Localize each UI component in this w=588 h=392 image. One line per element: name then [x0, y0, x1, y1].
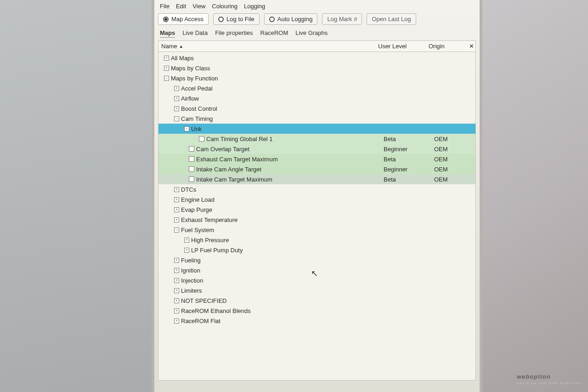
map-access-button[interactable]: Map Access	[158, 13, 209, 25]
right-background	[482, 0, 588, 392]
expander-plus-icon[interactable]: +	[174, 268, 179, 273]
tree-node-maps-by-class[interactable]: +Maps by Class	[158, 63, 475, 73]
tree-label: Exhaust Temperature	[181, 216, 237, 223]
expander-minus-icon[interactable]: −	[174, 116, 179, 121]
tree-label: Evap Purge	[181, 206, 212, 213]
tree-node-boost-control[interactable]: +Boost Control	[158, 103, 475, 114]
tree-label: RaceROM Flat	[181, 318, 220, 324]
tree-leaf-intake-cam-angle-target[interactable]: Intake Cam Angle TargetBeginnerOEM	[158, 164, 475, 174]
expander-minus-icon[interactable]: −	[174, 227, 179, 233]
tree-label: Cam Timing	[181, 115, 213, 122]
tree-node-engine-load[interactable]: +Engine Load	[158, 194, 475, 205]
menu-colouring[interactable]: Colouring	[212, 3, 237, 10]
tree-leaf-exhaust-cam-target-max[interactable]: Exhaust Cam Target MaximumBetaOEM	[158, 154, 475, 164]
expander-plus-icon[interactable]: +	[174, 278, 179, 283]
user-level-value: Beginner	[384, 166, 434, 173]
log-mark-button[interactable]: Log Mark #	[322, 13, 362, 25]
tree-node-exhaust-temperature[interactable]: +Exhaust Temperature	[158, 215, 475, 225]
tree-label: Engine Load	[181, 196, 215, 203]
expander-plus-icon[interactable]: +	[174, 96, 179, 101]
checkbox-icon[interactable]	[189, 156, 194, 162]
tree-node-unk[interactable]: −Unk	[158, 124, 475, 134]
radio-on-icon	[163, 17, 169, 22]
menu-edit[interactable]: Edit	[176, 3, 186, 10]
tree-node-accel-pedal[interactable]: +Accel Pedal	[158, 83, 475, 93]
tree-node-cam-timing[interactable]: −Cam Timing	[158, 114, 475, 124]
expander-minus-icon[interactable]: −	[184, 126, 189, 131]
expander-plus-icon[interactable]: +	[174, 298, 179, 303]
origin-value: OEM	[434, 136, 475, 142]
tree-label: All Maps	[171, 55, 194, 62]
tree-node-lp-fuel-pump[interactable]: +LP Fuel Pump Duty	[158, 245, 475, 255]
expander-minus-icon[interactable]: −	[164, 76, 169, 81]
tree-node-fuel-system[interactable]: −Fuel System	[158, 225, 475, 235]
tree-node-not-specified[interactable]: +NOT SPECIFIED	[158, 295, 475, 306]
expander-plus-icon[interactable]: +	[174, 207, 179, 212]
application-window: File Edit View Colouring Logging Map Acc…	[152, 0, 482, 392]
checkbox-icon[interactable]	[189, 176, 194, 182]
open-last-log-button[interactable]: Open Last Log	[367, 13, 416, 25]
expander-plus-icon[interactable]: +	[174, 187, 179, 192]
origin-value: OEM	[434, 146, 475, 153]
map-access-label: Map Access	[171, 16, 204, 23]
tree-node-dtcs[interactable]: +DTCs	[158, 184, 475, 194]
user-level-value: Beta	[384, 136, 434, 142]
tree-node-evap-purge[interactable]: +Evap Purge	[158, 205, 475, 215]
expander-plus-icon[interactable]: +	[174, 106, 179, 111]
origin-value: OEM	[434, 166, 475, 173]
tree-node-ignition[interactable]: +Ignition	[158, 265, 475, 275]
expander-plus-icon[interactable]: +	[174, 197, 179, 202]
radio-off-icon	[269, 17, 275, 22]
tree-leaf-cam-overlap-target[interactable]: Cam Overlap TargetBeginnerOEM	[158, 144, 475, 154]
tree-node-racerom-flat[interactable]: +RaceROM Flat	[158, 316, 475, 326]
checkbox-icon[interactable]	[189, 166, 194, 172]
tree-label: Injection	[181, 277, 203, 284]
user-level-value: Beta	[384, 176, 434, 183]
tab-live-graphs[interactable]: Live Graphs	[295, 29, 328, 38]
expander-plus-icon[interactable]: +	[174, 86, 179, 91]
menubar: File Edit View Colouring Logging	[158, 2, 476, 11]
log-to-file-button[interactable]: Log to File	[213, 13, 260, 25]
tree-label: DTCs	[181, 186, 196, 193]
tree-leaf-cam-timing-global[interactable]: Cam Timing Global Rel 1BetaOEM	[158, 134, 475, 144]
tree-label: Boost Control	[181, 105, 217, 112]
tab-maps[interactable]: Maps	[160, 29, 175, 38]
expander-plus-icon[interactable]: +	[164, 56, 169, 61]
tree-node-injection[interactable]: +Injection	[158, 275, 475, 285]
checkbox-icon[interactable]	[199, 136, 204, 142]
menu-view[interactable]: View	[192, 3, 205, 10]
tree-node-fueling[interactable]: +Fueling	[158, 255, 475, 265]
column-header-origin[interactable]: Origin	[426, 41, 467, 51]
radio-off-icon	[218, 17, 224, 22]
expander-plus-icon[interactable]: +	[184, 248, 189, 253]
auto-logging-button[interactable]: Auto Logging	[264, 13, 318, 25]
tree-node-maps-by-function[interactable]: −Maps by Function	[158, 73, 475, 83]
expander-plus-icon[interactable]: +	[174, 318, 179, 324]
expander-plus-icon[interactable]: +	[174, 258, 179, 263]
tab-live-data[interactable]: Live Data	[182, 29, 208, 38]
col-name-label: Name	[161, 43, 177, 50]
checkbox-icon[interactable]	[189, 146, 194, 152]
tab-racerom[interactable]: RaceROM	[260, 29, 288, 38]
menu-file[interactable]: File	[160, 3, 170, 10]
expander-plus-icon[interactable]: +	[164, 66, 169, 71]
tree-node-airflow[interactable]: +Airflow	[158, 93, 475, 103]
tree-label: Unk	[191, 125, 202, 132]
expander-plus-icon[interactable]: +	[174, 217, 179, 222]
tree-node-all-maps[interactable]: +All Maps	[158, 53, 475, 63]
expander-plus-icon[interactable]: +	[174, 288, 179, 293]
column-header-user-level[interactable]: User Level	[375, 41, 426, 51]
column-header-name[interactable]: Name ▲	[158, 41, 375, 51]
tree-node-limiters[interactable]: +Limiters	[158, 285, 475, 295]
close-pane-button[interactable]: ✕	[467, 41, 475, 51]
expander-plus-icon[interactable]: +	[174, 308, 179, 313]
tree-node-racerom-ethanol[interactable]: +RaceROM Ethanol Blends	[158, 306, 475, 316]
tree-label: Intake Cam Angle Target	[196, 166, 261, 173]
tree-label: Ignition	[181, 267, 200, 274]
menu-logging[interactable]: Logging	[244, 3, 265, 10]
tree-label: Exhaust Cam Target Maximum	[196, 156, 278, 163]
tree-node-high-pressure[interactable]: +High Pressure	[158, 235, 475, 245]
tab-file-properties[interactable]: File properties	[215, 29, 253, 38]
tree-leaf-intake-cam-target-max[interactable]: Intake Cam Target MaximumBetaOEM	[158, 174, 475, 184]
expander-plus-icon[interactable]: +	[184, 238, 189, 243]
